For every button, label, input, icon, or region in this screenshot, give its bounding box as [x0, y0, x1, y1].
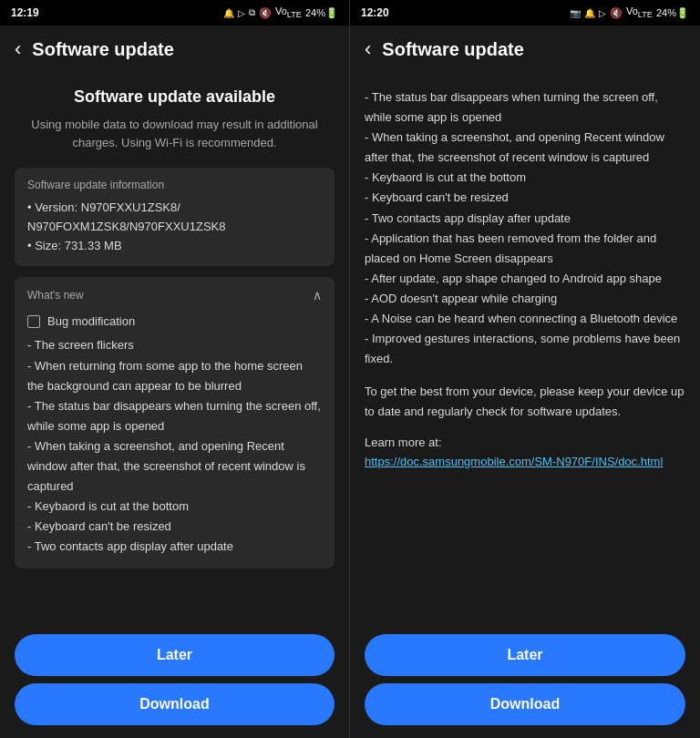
right-play-icon: ▷ — [599, 8, 606, 18]
change-item-7: - Two contacts app display after update — [27, 537, 322, 557]
left-nav-bar: ‹ Software update — [0, 26, 349, 73]
right-status-icons: 📷 🔔 ▷ 🔇 VoLTE 24%🔋 — [570, 5, 689, 19]
left-scroll[interactable]: Software update available Using mobile d… — [0, 73, 349, 625]
left-back-button[interactable]: ‹ — [15, 37, 21, 61]
right-signal-icon: VoLTE — [626, 5, 653, 19]
change-item-4: - When taking a screenshot, and opening … — [27, 436, 322, 497]
left-wifi-icon: 🔇 — [259, 7, 272, 19]
left-later-button[interactable]: Later — [15, 634, 335, 676]
right-bell-icon: 🔔 — [584, 8, 595, 18]
left-time: 12:19 — [11, 6, 39, 19]
left-content: Software update available Using mobile d… — [0, 73, 349, 738]
update-info-section: Software update information • Version: N… — [15, 168, 335, 266]
right-download-button[interactable]: Download — [365, 683, 685, 725]
version-line1: • Version: N970FXXU1ZSK8/ — [27, 199, 322, 218]
right-panel: 12:20 📷 🔔 ▷ 🔇 VoLTE 24%🔋 ‹ Software upda… — [350, 0, 700, 738]
left-status-icon-play: ▷ — [238, 8, 245, 18]
right-change-2: - When taking a screenshot, and opening … — [365, 128, 685, 168]
update-subtitle: Using mobile data to download may result… — [15, 116, 335, 151]
right-change-8: - AOD doesn't appear while charging — [365, 289, 685, 309]
right-change-3: - Keybaord is cut at the bottom — [365, 168, 685, 188]
right-later-button[interactable]: Later — [365, 634, 685, 676]
left-battery-icon: 24%🔋 — [305, 7, 338, 19]
info-section-header: Software update information — [27, 179, 322, 191]
change-item-5: - Keybaord is cut at the bottom — [27, 497, 322, 517]
right-changelog-text: - The status bar disappears when turning… — [365, 87, 685, 369]
right-change-1: - The status bar disappears when turning… — [365, 87, 685, 128]
whats-new-header: What's new ∧ — [27, 288, 322, 302]
left-status-icons: 🔔 ▷ ⧉ 🔇 VoLTE 24%🔋 — [223, 5, 338, 19]
right-status-bar: 12:20 📷 🔔 ▷ 🔇 VoLTE 24%🔋 — [350, 0, 700, 26]
right-wifi-icon: 🔇 — [610, 7, 623, 19]
left-status-icon-bell: 🔔 — [223, 8, 234, 18]
change-item-3: - The status bar disappears when turning… — [27, 396, 322, 436]
size-info: • Size: 731.33 MB — [27, 237, 322, 256]
right-scroll[interactable]: - The status bar disappears when turning… — [350, 73, 700, 625]
right-battery-icon: 24%🔋 — [656, 7, 689, 19]
left-status-bar: 12:19 🔔 ▷ ⧉ 🔇 VoLTE 24%🔋 — [0, 0, 349, 26]
right-button-area: Later Download — [350, 625, 700, 738]
changelog-content: Bug modification - The screen flickers -… — [27, 312, 322, 557]
whats-new-label: What's new — [27, 289, 84, 302]
bug-label: Bug modification — [47, 312, 135, 332]
right-change-10: - Improved gestures interactions, some p… — [365, 329, 685, 369]
learn-more-block: Learn more at: https://doc.samsungmobile… — [365, 436, 685, 469]
left-download-button[interactable]: Download — [15, 683, 335, 725]
left-signal-icon: VoLTE — [275, 5, 302, 19]
change-item-2: - When returning from some app to the ho… — [27, 356, 322, 396]
right-nav-title: Software update — [382, 39, 524, 60]
update-available-title: Software update available — [15, 87, 335, 107]
learn-more-label: Learn more at: — [365, 436, 685, 449]
right-camera-icon: 📷 — [570, 8, 581, 18]
right-change-6: - Application that has been removed from… — [365, 229, 685, 269]
chevron-up-icon[interactable]: ∧ — [313, 288, 322, 302]
right-content: - The status bar disappears when turning… — [350, 73, 700, 738]
whats-new-section: What's new ∧ Bug modification - The scre… — [15, 277, 335, 568]
right-change-4: - Keyboard can't be resized — [365, 188, 685, 208]
version-line2: N970FOXM1ZSK8/N970FXXU1ZSK8 — [27, 218, 322, 237]
left-button-area: Later Download — [0, 625, 349, 738]
samsung-link[interactable]: https://doc.samsungmobile.com/SM-N970F/I… — [365, 455, 663, 468]
change-item-6: - Keyboard can't be resized — [27, 517, 322, 537]
left-status-icon-clip: ⧉ — [249, 7, 255, 18]
right-nav-bar: ‹ Software update — [350, 26, 700, 73]
left-panel: 12:19 🔔 ▷ ⧉ 🔇 VoLTE 24%🔋 ‹ Software upda… — [0, 0, 350, 738]
right-back-button[interactable]: ‹ — [365, 37, 371, 61]
right-change-9: - A Noise can be heard when connecting a… — [365, 309, 685, 329]
bug-checkbox[interactable] — [27, 315, 40, 328]
bug-modification-item: Bug modification — [27, 312, 322, 332]
recommendation-text: To get the best from your device, please… — [365, 382, 685, 422]
right-change-7: - After update, app shape changed to And… — [365, 269, 685, 289]
right-change-5: - Two contacts app display after update — [365, 209, 685, 229]
change-item-1: - The screen flickers — [27, 335, 322, 355]
left-nav-title: Software update — [32, 39, 174, 60]
right-time: 12:20 — [361, 6, 389, 19]
